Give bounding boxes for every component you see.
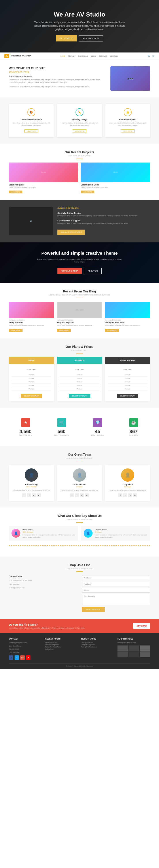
- team-grid: 👤 Ronald Doug CEO / Founder Lorem ipsum …: [9, 465, 150, 501]
- team-name-0: Ronald Doug: [11, 484, 51, 486]
- team-tw-0[interactable]: t: [27, 493, 31, 497]
- team-li-2[interactable]: in: [133, 493, 137, 497]
- footer-googleplus-icon[interactable]: g+: [20, 655, 25, 660]
- contact-form: SEND MESSAGE: [82, 576, 150, 612]
- pricing-feature-2-3: Feature: [108, 384, 148, 387]
- footer-youtube-icon[interactable]: ▶: [26, 655, 30, 660]
- welcome-history: A Brief History of AV Studio: [9, 75, 106, 77]
- project-btn-1[interactable]: View More: [81, 190, 94, 193]
- stat-label-1: HAPPY CUSTOMER: [48, 434, 75, 436]
- cart-icon[interactable]: 🛒: [152, 55, 155, 57]
- logo-text: AV: [5, 55, 8, 57]
- team-gp-2[interactable]: g: [128, 493, 132, 497]
- testimonial-separator: [9, 545, 150, 546]
- pricing-card-0: BASIC $29 /mo Feature Feature Feature Fe…: [9, 357, 54, 401]
- stat-label-0: HAPPY CLIENTS: [12, 434, 38, 436]
- team-gp-1[interactable]: g: [80, 493, 84, 497]
- team-role-1: Designer: [60, 486, 99, 488]
- nav-contact[interactable]: CONTACT: [99, 55, 107, 57]
- blog-btn-1[interactable]: Read More: [57, 329, 71, 332]
- footer-link-1-0[interactable]: Taking The Road: [45, 642, 78, 643]
- pricing-btn-2[interactable]: Select your plan: [117, 394, 138, 398]
- feature-btn-2[interactable]: VIEW MORE: [121, 129, 135, 133]
- hero-start-button[interactable]: GET STARTED: [56, 35, 77, 41]
- team-li-0[interactable]: in: [37, 493, 41, 497]
- footer-link-1-3[interactable]: Gallery Post: [45, 648, 78, 650]
- blog-btn-0[interactable]: Read More: [9, 329, 23, 332]
- hero-purchase-button[interactable]: PURCHASE NOW: [79, 35, 103, 41]
- search-icon[interactable]: 🔍: [148, 55, 150, 57]
- team-gp-0[interactable]: g: [32, 493, 36, 497]
- avatar-icon-0: 👤: [29, 472, 34, 478]
- footer-facebook-icon[interactable]: f: [9, 655, 13, 660]
- nav-portfolio[interactable]: PORTFOLIO: [78, 55, 88, 57]
- main-features-btn[interactable]: SEE ALL OUR FEATURES: [57, 229, 85, 235]
- footer-social: f t g+ ▶: [9, 655, 42, 660]
- nav-market[interactable]: MARKET: [68, 55, 76, 57]
- feature-title-0: Creative Development: [12, 118, 50, 121]
- team-fb-1[interactable]: f: [70, 493, 74, 497]
- flickr-img-1: [129, 646, 139, 651]
- contact-email-input[interactable]: [82, 582, 150, 586]
- welcome-desc2: Lorem ipsum dolor sit amet, consectetur …: [9, 86, 106, 88]
- pricing-btn-1[interactable]: Select your plan: [69, 394, 90, 398]
- pricing-price-2: $99 /mo: [108, 366, 148, 371]
- footer-col-title-0: CONTACT: [9, 638, 42, 640]
- stats-section: ★ 4,560 HAPPY CLIENTS 🛒 560 HAPPY CUSTOM…: [0, 408, 159, 446]
- footer-twitter-icon[interactable]: t: [15, 655, 19, 660]
- team-li-1[interactable]: in: [85, 493, 89, 497]
- blog-card-0: AV Studio | 01.01.2016 Taking The Road L…: [9, 302, 54, 332]
- blog-title: Recent From Our Blog: [9, 289, 150, 293]
- main-feature-desc-1: Lorem ipsum dolor sit amet, consectetur …: [57, 222, 150, 225]
- project-btn-0[interactable]: View More: [9, 190, 22, 193]
- cta-button[interactable]: Get Here: [133, 623, 150, 629]
- contact-subject-input[interactable]: [82, 588, 150, 593]
- testimonials-subtitle: LOREM IPSUM DOLOR SIT AMET: [9, 519, 150, 521]
- footer-line-0-3: (123) 456-7890: [9, 651, 42, 654]
- nav-home[interactable]: HOME: [60, 55, 65, 57]
- feature-card-1: ✏️ Amazing Design Lorem ipsum dolor sit …: [57, 104, 102, 137]
- team-tw-1[interactable]: t: [75, 493, 79, 497]
- main-feature-desc-0: Lorem ipsum dolor sit amet, consectetur …: [57, 215, 150, 217]
- pricing-grid: BASIC $29 /mo Feature Feature Feature Fe…: [9, 357, 150, 401]
- team-fb-0[interactable]: f: [22, 493, 26, 497]
- contact-send-button[interactable]: SEND MESSAGE: [82, 607, 105, 612]
- footer-link-1-2[interactable]: Taking The Road Aside: [45, 646, 78, 648]
- footer-link-2-1[interactable]: Template: Paginated: [81, 644, 114, 646]
- feature-card-2: ⭐ Rich Environment Lorem ipsum dolor sit…: [105, 104, 150, 137]
- team-tw-2[interactable]: t: [123, 493, 127, 497]
- stat-icon-1: 🛒: [57, 418, 66, 427]
- feature-btn-0[interactable]: VIEW MORE: [24, 129, 38, 133]
- contact-phone: (123) 456-7890: [9, 583, 77, 586]
- blog-desc-1: Lorem ipsum dolor sit amet, consectetur …: [57, 324, 102, 327]
- footer-link-2-0[interactable]: Taking The Road: [81, 642, 114, 643]
- powerful-buttons: NEW OUR ORDER ABOUT US: [9, 268, 150, 274]
- blog-btn-2[interactable]: Read More: [105, 329, 119, 332]
- features-grid: 🎨 Creative Development Lorem ipsum dolor…: [9, 104, 150, 137]
- pricing-divider: [76, 353, 83, 353]
- project-img-0: Photo: [9, 162, 78, 182]
- feature-btn-1[interactable]: VIEW MORE: [73, 129, 86, 133]
- pricing-plan-name-0: BASIC: [11, 359, 52, 362]
- feature-icon-0: 🎨: [27, 108, 35, 116]
- powerful-order-btn[interactable]: NEW OUR ORDER: [57, 268, 82, 274]
- footer-grid: CONTACT Marketing Analyzer Studio 1234 S…: [9, 638, 150, 660]
- pricing-feature-0-0: Feature: [11, 373, 51, 377]
- nav-blog[interactable]: BLOG: [91, 55, 96, 57]
- contact-name-input[interactable]: [82, 576, 150, 580]
- team-fb-2[interactable]: f: [118, 493, 122, 497]
- nav-courses[interactable]: COURSES: [110, 55, 118, 57]
- footer-link-1-1[interactable]: Template: Paginated: [45, 644, 78, 646]
- team-name-1: Erica Scamo: [60, 484, 99, 486]
- pricing-btn-0[interactable]: Select your plan: [21, 394, 42, 398]
- cta-description: Lorem ipsum dolor sit amet, consectetur …: [9, 627, 85, 629]
- contact-message-input[interactable]: [82, 594, 150, 605]
- footer-link-2-2[interactable]: Taking The Road Aside: [81, 646, 114, 648]
- powerful-section: Powerful and simple creative Theme Lorem…: [0, 242, 159, 283]
- stats-grid: ★ 4,560 HAPPY CLIENTS 🛒 560 HAPPY CUSTOM…: [9, 414, 150, 439]
- testimonial-position-1: Developer: [95, 531, 148, 533]
- footer-col-2: RECENT VOICE Taking The Road Template: P…: [81, 638, 114, 660]
- powerful-about-btn[interactable]: ABOUT US: [84, 268, 102, 274]
- feature-desc-2: Lorem ipsum dolor sit amet, consectetur …: [109, 122, 147, 126]
- blog-desc-0: Lorem ipsum dolor sit amet, consectetur …: [9, 324, 54, 327]
